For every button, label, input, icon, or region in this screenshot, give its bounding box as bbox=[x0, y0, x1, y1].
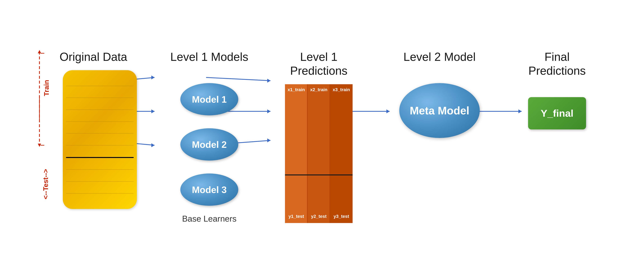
base-learners-label: Base Learners bbox=[182, 214, 236, 223]
original-data-title: Original Data bbox=[60, 50, 127, 64]
predictions-divider bbox=[285, 174, 352, 175]
meta-model-label: Meta Model bbox=[410, 104, 469, 117]
level2-model-title: Level 2 Model bbox=[404, 50, 476, 64]
train-label: Train bbox=[43, 80, 50, 96]
level2-model-section: Level 2 Model Meta Model bbox=[390, 50, 490, 138]
level1-models-title: Level 1 Models bbox=[170, 50, 248, 64]
pred-bot-col2: y2_test bbox=[308, 214, 330, 219]
final-predictions-box: Y_final bbox=[528, 97, 586, 130]
model-3-ellipse: Model 3 bbox=[180, 174, 238, 206]
model-ellipses: Model 1 Model 2 Model 3 bbox=[180, 83, 238, 206]
data-line bbox=[66, 145, 134, 146]
final-predictions-label: Y_final bbox=[541, 107, 573, 119]
data-divider bbox=[66, 157, 134, 158]
pred-bot-col1: y1_test bbox=[285, 214, 308, 219]
data-line bbox=[66, 121, 134, 122]
model-1-ellipse: Model 1 bbox=[180, 83, 238, 115]
data-line bbox=[66, 181, 134, 182]
model-1-label: Model 1 bbox=[192, 94, 227, 105]
meta-model-ellipse: Meta Model bbox=[399, 83, 480, 138]
pred-top-col1: x1_train bbox=[285, 87, 308, 92]
data-line bbox=[66, 86, 134, 86]
model-2-ellipse: Model 2 bbox=[180, 128, 238, 161]
model-2-label: Model 2 bbox=[192, 139, 227, 150]
pred-top-col2: x2_train bbox=[308, 87, 330, 92]
predictions-block: x1_train x2_train x3_train y1_test y2_te… bbox=[285, 84, 352, 223]
final-predictions-section: Final Predictions Y_final bbox=[522, 50, 592, 130]
level1-predictions-section: Level 1 Predictions x1_train x2_train x3… bbox=[280, 50, 358, 223]
data-line bbox=[66, 193, 134, 194]
data-line bbox=[66, 133, 134, 134]
original-data-section: Original Data Train <--Test--> bbox=[52, 50, 135, 209]
data-line bbox=[66, 169, 134, 170]
model-3-label: Model 3 bbox=[192, 184, 227, 195]
level1-predictions-title: Level 1 Predictions bbox=[280, 50, 358, 78]
pred-bot-col3: y3_test bbox=[330, 214, 352, 219]
level1-models-section: Level 1 Models Model 1 Model 2 Model 3 B… bbox=[164, 50, 254, 223]
pred-top-col3: x3_train bbox=[330, 87, 352, 92]
data-line bbox=[66, 97, 134, 98]
diagram-container: Original Data Train <--Test--> bbox=[0, 0, 644, 254]
data-block bbox=[63, 70, 137, 209]
final-predictions-title: Final Predictions bbox=[528, 50, 586, 78]
data-line bbox=[66, 109, 134, 110]
test-label: <--Test--> bbox=[42, 169, 50, 199]
